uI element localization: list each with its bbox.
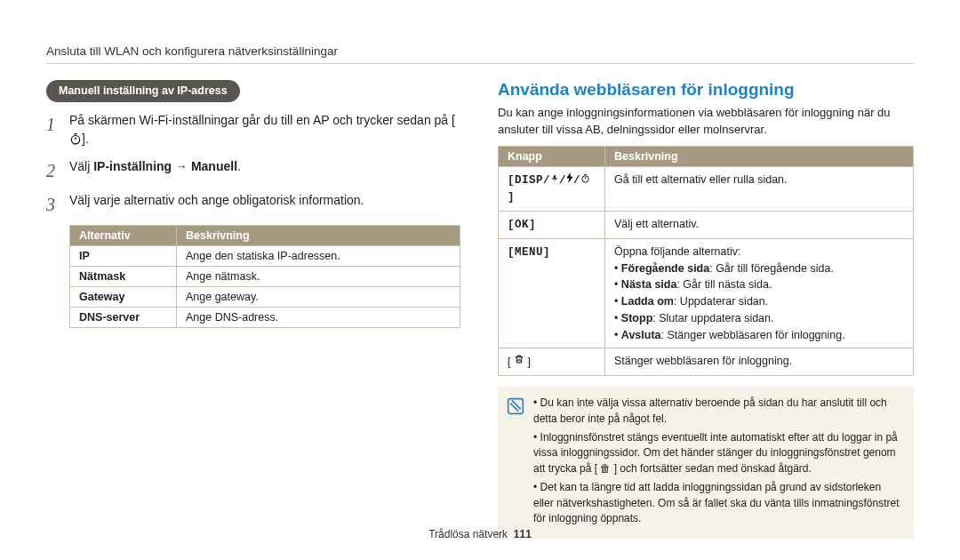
- list-item: Ladda om: Uppdaterar sidan.: [614, 293, 904, 310]
- desc-intro: Öppna följande alternativ:: [614, 244, 904, 260]
- bracket: [: [508, 356, 514, 368]
- ok-button-label: [OK]: [508, 219, 536, 231]
- page-number: 111: [514, 528, 532, 540]
- note-icon: [507, 397, 524, 415]
- text-fragment: ].: [82, 132, 89, 146]
- text-fragment: Välj: [69, 159, 93, 173]
- cell-desc: Ange DNS-adress.: [177, 308, 460, 328]
- text-fragment: : Stänger webbläsaren för inloggning.: [661, 329, 845, 341]
- cell-desc: Gå till ett alternativ eller rulla sidan…: [605, 166, 914, 212]
- list-item: Stopp: Slutar uppdatera sidan.: [614, 310, 904, 327]
- text-fragment: : Uppdaterar sidan.: [674, 295, 768, 308]
- text-fragment: På skärmen Wi-Fi-inställningar går du ti…: [69, 113, 455, 127]
- step-text: Välj varje alternativ och ange obligator…: [69, 191, 462, 218]
- bold-text: Nästa sida: [621, 278, 677, 291]
- step-text: På skärmen Wi-Fi-inställningar går du ti…: [69, 111, 462, 150]
- table-header: Beskrivning: [177, 226, 460, 246]
- text-fragment: : Slutar uppdatera sidan.: [652, 312, 773, 324]
- step-number: 1: [46, 111, 60, 150]
- bold-text: Föregående sida: [621, 262, 709, 275]
- timer-icon: [69, 132, 82, 150]
- cell-desc: Ange gateway.: [177, 287, 460, 308]
- cell-desc: Ange nätmask.: [177, 267, 460, 287]
- text-fragment: : Går till nästa sida.: [676, 278, 772, 291]
- cell-key: IP: [70, 246, 177, 267]
- step-item: 1 På skärmen Wi-Fi-inställningar går du …: [46, 111, 462, 150]
- table-row: [MENU] Öppna följande alternativ: Föregå…: [499, 238, 914, 348]
- step-number: 3: [46, 191, 60, 218]
- bold-text: Avsluta: [621, 329, 661, 341]
- bold-text: Stopp: [621, 312, 652, 324]
- flash-icon: [566, 172, 573, 183]
- document-page: Ansluta till WLAN och konfigurera nätver…: [0, 0, 960, 539]
- two-column-layout: Manuell inställning av IP-adress 1 På sk…: [46, 80, 914, 539]
- trash-icon: [514, 356, 524, 368]
- note-list: Du kan inte välja vissa alternativ beroe…: [533, 396, 901, 530]
- cell-key: Gateway: [70, 287, 177, 308]
- bold-text: Manuell: [191, 159, 237, 173]
- right-column: Använda webbläsaren för inloggning Du ka…: [498, 80, 914, 539]
- menu-button-label: [MENU]: [508, 246, 550, 259]
- step-number: 2: [46, 157, 60, 184]
- cell-key: [ ]: [499, 348, 605, 376]
- breadcrumb: Ansluta till WLAN och konfigurera nätver…: [46, 44, 914, 64]
- bullet-list: Föregående sida: Går till föregående sid…: [614, 260, 904, 344]
- table-row: [ ] Stänger webbläsaren för inloggning.: [499, 348, 914, 376]
- list-item: Avsluta: Stänger webbläsaren för inloggn…: [614, 327, 904, 344]
- text-fragment: : Går till föregående sida.: [709, 262, 834, 275]
- cell-desc: Välj ett alternativ.: [605, 212, 914, 239]
- text-fragment: .: [237, 159, 241, 173]
- table-header: Knapp: [499, 146, 605, 166]
- table-row: NätmaskAnge nätmask.: [70, 267, 460, 287]
- cell-desc: Ange den statiska IP-adressen.: [177, 246, 460, 267]
- section-title: Använda webbläsaren för inloggning: [498, 80, 914, 100]
- section-intro: Du kan ange inloggningsinformationen via…: [498, 105, 914, 139]
- table-row: IPAnge den statiska IP-adressen.: [70, 246, 460, 267]
- table-row: DNS-serverAnge DNS-adress.: [70, 308, 460, 328]
- step-text: Välj IP-inställning → Manuell.: [69, 157, 462, 184]
- list-item: Nästa sida: Går till nästa sida.: [614, 276, 904, 293]
- cell-key: [OK]: [499, 212, 605, 239]
- section-pill: Manuell inställning av IP-adress: [46, 80, 240, 102]
- cell-desc: Öppna följande alternativ: Föregående si…: [605, 238, 914, 348]
- cell-key: Nätmask: [70, 267, 177, 287]
- step-list: 1 På skärmen Wi-Fi-inställningar går du …: [46, 111, 462, 218]
- table-header: Alternativ: [70, 226, 177, 246]
- table-row: GatewayAnge gateway.: [70, 287, 460, 308]
- svg-rect-6: [508, 399, 524, 414]
- list-item: Du kan inte välja vissa alternativ beroe…: [533, 396, 901, 427]
- list-item: Det kan ta längre tid att ladda inloggni…: [533, 480, 901, 526]
- step-item: 3 Välj varje alternativ och ange obligat…: [46, 191, 462, 218]
- bold-text: Ladda om: [621, 295, 674, 308]
- bold-text: IP-inställning: [93, 159, 172, 173]
- table-row: [DISP///] Gå till ett alternativ eller r…: [499, 166, 914, 212]
- arrow-icon: →: [172, 159, 191, 173]
- left-column: Manuell inställning av IP-adress 1 På sk…: [46, 80, 462, 539]
- list-item: Inloggninsfönstret stängs eventuellt int…: [533, 430, 901, 476]
- bracket: ]: [524, 356, 531, 368]
- button-table: Knapp Beskrivning [DISP///] Gå till ett …: [498, 146, 914, 377]
- options-table: Alternativ Beskrivning IPAnge den statis…: [69, 225, 460, 328]
- disp-button-label: [DISP///]: [508, 174, 590, 204]
- step-item: 2 Välj IP-inställning → Manuell.: [46, 157, 462, 184]
- page-footer: Trådlösa nätverk 111: [0, 528, 960, 540]
- table-row: [OK] Välj ett alternativ.: [499, 212, 914, 239]
- cell-key: DNS-server: [70, 308, 177, 328]
- timer-icon: [580, 173, 590, 183]
- cell-key: [MENU]: [499, 238, 605, 348]
- list-item: Föregående sida: Går till föregående sid…: [614, 260, 904, 277]
- macro-icon: [550, 174, 559, 183]
- cell-key: [DISP///]: [499, 166, 605, 212]
- note-box: Du kan inte välja vissa alternativ beroe…: [498, 387, 914, 539]
- cell-desc: Stänger webbläsaren för inloggning.: [605, 348, 914, 376]
- footer-section: Trådlösa nätverk: [428, 528, 508, 540]
- table-header: Beskrivning: [605, 146, 914, 166]
